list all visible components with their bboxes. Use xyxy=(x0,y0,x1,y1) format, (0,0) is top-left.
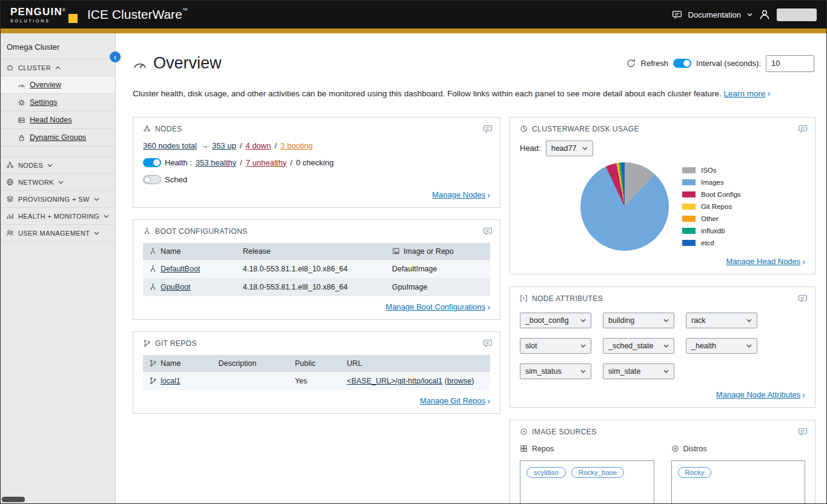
legend-label: Boot Configs xyxy=(701,191,741,198)
table-header-row: Name Description Public URL xyxy=(143,355,490,372)
toggle-knob xyxy=(153,159,160,166)
scrollbar-thumb[interactable] xyxy=(2,497,25,502)
boot-config-link[interactable]: GpuBoot xyxy=(161,283,190,291)
repo-url-link[interactable]: <BASE_URL>/git-http/local1 xyxy=(347,377,443,385)
profile-button[interactable] xyxy=(777,8,817,21)
attr-select-rack[interactable]: rack xyxy=(686,313,757,328)
panel-doc-icon[interactable] xyxy=(483,125,493,133)
topbar-actions: Documentation xyxy=(672,8,817,21)
sidebar-section-cluster[interactable]: CLUSTER xyxy=(1,59,115,76)
boot-config-icon xyxy=(143,227,151,235)
boot-config-icon xyxy=(149,247,157,255)
health-toggle[interactable] xyxy=(143,158,161,167)
table-row: local1 Yes <BASE_URL>/git-http/local1 (b… xyxy=(143,372,490,390)
learn-more-link[interactable]: Learn more xyxy=(724,89,766,98)
browse-link[interactable]: browse xyxy=(447,377,471,385)
sidebar-item-head-nodes[interactable]: Head Nodes xyxy=(1,111,115,129)
manage-nodes-link[interactable]: Manage Nodes xyxy=(432,190,485,199)
attr-select-health[interactable]: _health xyxy=(686,338,757,354)
sidebar-section-network[interactable]: NETWORK xyxy=(1,174,115,191)
sidebar-item-dynamic-groups[interactable]: Dynamic Groups xyxy=(1,129,115,147)
manage-head-nodes-link[interactable]: Manage Head Nodes xyxy=(726,257,800,266)
boot-config-icon xyxy=(149,265,157,273)
column-header: Release xyxy=(243,247,271,256)
repos-label-row: Repos xyxy=(520,445,654,453)
cluster-name: Omega Cluster xyxy=(1,33,115,59)
distro-chip[interactable]: Rocky xyxy=(678,467,712,478)
nodes-down-link[interactable]: 4 down xyxy=(245,141,271,150)
panel-doc-icon[interactable] xyxy=(483,339,493,348)
documentation-link[interactable]: Documentation xyxy=(688,10,741,19)
chevron-down-icon xyxy=(104,214,109,218)
attr-select-boot-config[interactable]: _boot_config xyxy=(520,313,591,328)
top-bar: PENGUIN® SOLUTIONS ICE ClusterWare™ Docu… xyxy=(1,1,826,28)
column-header: Description xyxy=(219,359,257,368)
panel-title: GIT REPOS xyxy=(155,339,197,348)
arrow-right-icon: → xyxy=(201,141,208,150)
healthy-link[interactable]: 353 healthy xyxy=(196,158,236,167)
attr-select-slot[interactable]: slot xyxy=(520,338,591,354)
sidebar-section-health-monitoring[interactable]: HEALTH + MONITORING xyxy=(1,208,115,225)
head-selector-row: Head: head77 xyxy=(520,141,805,156)
manage-node-attributes-link[interactable]: Manage Node Attributes xyxy=(716,390,800,399)
sidebar-item-overview[interactable]: Overview xyxy=(1,76,115,94)
distros-label: Distros xyxy=(683,445,707,453)
git-repo-link[interactable]: local1 xyxy=(161,377,181,385)
head-select[interactable]: head77 xyxy=(546,141,594,156)
repo-chip[interactable]: Rocky_base xyxy=(571,467,624,478)
nodes-up-link[interactable]: 353 up xyxy=(212,141,236,150)
sidebar-item-settings[interactable]: Settings xyxy=(1,94,115,111)
chevron-down-icon xyxy=(94,197,99,201)
repo-chip[interactable]: scyldiso xyxy=(526,467,566,478)
disk-usage-chart: ISOs Images Boot Configs Git Repos Other… xyxy=(520,162,805,251)
panel-doc-icon[interactable] xyxy=(798,294,808,303)
legend-swatch xyxy=(682,204,696,210)
panel-doc-icon[interactable] xyxy=(483,227,493,236)
manage-git-repos-link[interactable]: Manage Git Repos xyxy=(420,396,485,405)
manage-boot-configurations-link[interactable]: Manage Boot Configurations xyxy=(386,302,486,311)
git-panel-header: GIT REPOS xyxy=(143,339,490,348)
separator: / xyxy=(274,141,277,150)
column-header: Name xyxy=(161,359,181,368)
sidebar-section-nodes[interactable]: NODES xyxy=(1,157,115,174)
legend-item: influxdb xyxy=(682,227,741,234)
refresh-toggle[interactable] xyxy=(673,59,691,68)
sidebar-collapse-button[interactable]: ‹ xyxy=(108,50,122,64)
chevron-down-icon xyxy=(746,319,752,322)
chevron-down-icon xyxy=(58,181,64,184)
column-header: Image or Repo xyxy=(404,247,454,256)
panel-doc-icon[interactable] xyxy=(798,428,808,436)
legend-label: Images xyxy=(701,179,724,186)
nodes-panel-header: NODES xyxy=(143,125,490,133)
attr-select-sched-state[interactable]: _sched_state xyxy=(603,338,674,354)
user-icon[interactable] xyxy=(759,8,771,21)
boot-configurations-table: Name Release Image or Repo DefaultBoot 4… xyxy=(143,243,490,296)
bar-chart-icon xyxy=(6,212,14,220)
cluster-icon xyxy=(6,64,14,71)
sidebar-item-label: Dynamic Groups xyxy=(30,133,86,142)
attr-select-sim-status[interactable]: sim_status xyxy=(520,363,591,379)
attr-select-sim-state[interactable]: sim_state xyxy=(603,363,674,379)
chevron-down-icon[interactable] xyxy=(747,13,752,16)
attr-select-building[interactable]: building xyxy=(603,313,674,328)
nodes-total-link[interactable]: 360 nodes total xyxy=(143,141,197,150)
sidebar-section-provisioning[interactable]: PROVISIONING + SW xyxy=(1,191,115,208)
refresh-icon[interactable] xyxy=(626,58,636,68)
interval-input[interactable] xyxy=(766,55,814,72)
legend-label: etcd xyxy=(701,239,714,247)
disk-usage-panel: CLUSTERWARE DISK USAGE Head: head77 xyxy=(510,117,815,274)
sidebar-section-user-management[interactable]: USER MANAGEMENT xyxy=(1,225,115,242)
separator: / xyxy=(240,158,242,167)
sched-toggle[interactable] xyxy=(143,175,161,184)
boot-config-link[interactable]: DefaultBoot xyxy=(161,265,200,273)
page-header: Overview Refresh Interval (seconds): xyxy=(133,54,814,73)
sidebar-item-label: Overview xyxy=(30,81,61,89)
attrs-panel-header: NODE ATTRIBUTES xyxy=(520,294,805,303)
repos-chip-box: scyldiso Rocky_base xyxy=(520,460,654,503)
page-title: Overview xyxy=(153,54,222,73)
panel-doc-icon[interactable] xyxy=(798,125,808,133)
nodes-booting-link[interactable]: 3 booting xyxy=(281,141,313,150)
unhealthy-link[interactable]: 7 unhealthy xyxy=(246,158,287,167)
legend-label: Other xyxy=(701,215,719,222)
nodes-summary: 360 nodes total → 353 up / 4 down / 3 bo… xyxy=(143,141,490,150)
